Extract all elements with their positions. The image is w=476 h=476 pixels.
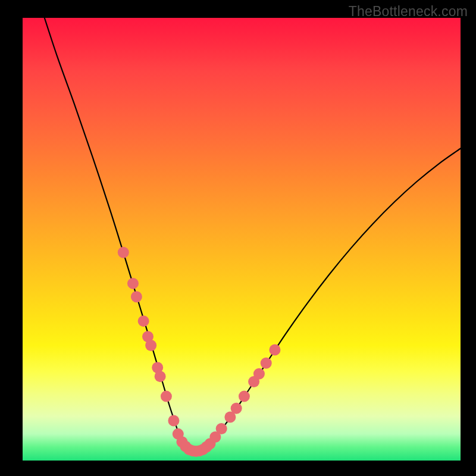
marker-group <box>118 247 281 457</box>
chart-frame: TheBottleneck.com <box>0 0 476 476</box>
curve-marker <box>131 291 142 302</box>
curve-marker <box>138 315 149 327</box>
curve-marker <box>231 403 242 414</box>
plot-area <box>23 18 461 461</box>
curve-marker <box>253 368 265 380</box>
curve-marker <box>155 371 166 382</box>
curve-marker <box>269 345 280 356</box>
curve-marker <box>161 391 172 402</box>
watermark-text: TheBottleneck.com <box>349 4 468 20</box>
curve-marker <box>239 391 250 402</box>
chart-svg <box>23 18 461 461</box>
curve-marker <box>118 247 129 258</box>
curve-marker <box>127 278 139 289</box>
curve-marker <box>145 340 156 351</box>
curve-marker <box>168 415 179 427</box>
curve-marker <box>216 423 227 434</box>
curve-marker <box>261 358 272 369</box>
